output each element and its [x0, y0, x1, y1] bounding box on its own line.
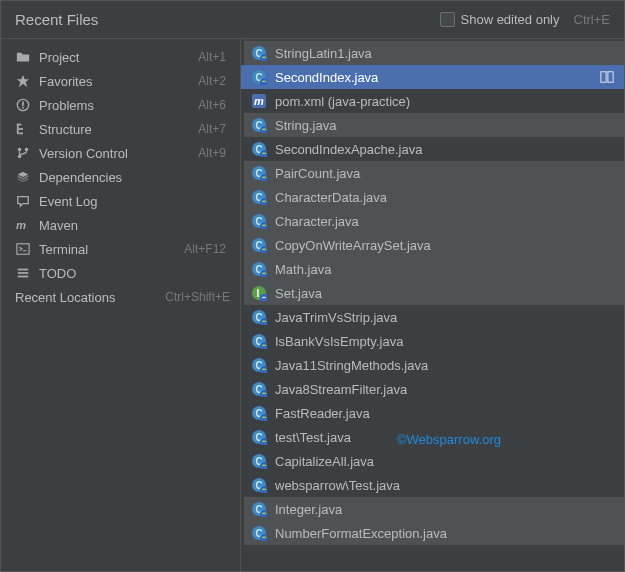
svg-rect-5 [19, 133, 23, 135]
java-interface-icon: I [251, 285, 267, 301]
svg-rect-13 [18, 272, 29, 274]
file-item[interactable]: CSecondIndex.java [241, 65, 624, 89]
file-item[interactable]: CCapitalizeAll.java [241, 449, 624, 473]
sidebar-item-label: Problems [39, 98, 198, 113]
sidebar-item-label: Favorites [39, 74, 198, 89]
dialog-body: ProjectAlt+1FavoritesAlt+2ProblemsAlt+6S… [1, 39, 624, 571]
java-class-icon: C [251, 429, 267, 445]
file-item[interactable]: mpom.xml (java-practice) [241, 89, 624, 113]
java-class-icon: C [251, 69, 267, 85]
sidebar-item-version-control[interactable]: Version ControlAlt+9 [1, 141, 240, 165]
recent-files-dialog: Recent Files Show edited only Ctrl+E Pro… [0, 0, 625, 572]
file-item[interactable]: Cwebsparrow\Test.java [241, 473, 624, 497]
folder-icon [15, 49, 31, 65]
svg-rect-2 [22, 107, 24, 109]
sidebar-item-shortcut: Alt+2 [198, 74, 226, 88]
recent-locations-label: Recent Locations [15, 290, 165, 305]
split-icon [600, 70, 614, 84]
file-item[interactable]: CInteger.java [241, 497, 624, 521]
sidebar-item-label: Version Control [39, 146, 198, 161]
file-label: pom.xml (java-practice) [275, 94, 614, 109]
java-class-icon: C [251, 309, 267, 325]
file-item[interactable]: CString.java [241, 113, 624, 137]
java-class-icon: C [251, 501, 267, 517]
message-icon [15, 193, 31, 209]
file-item[interactable]: CFastReader.java [241, 401, 624, 425]
sidebar-item-structure[interactable]: StructureAlt+7 [1, 117, 240, 141]
terminal-icon [15, 241, 31, 257]
java-class-icon: C [251, 189, 267, 205]
sidebar-item-project[interactable]: ProjectAlt+1 [1, 45, 240, 69]
sidebar-item-terminal[interactable]: TerminalAlt+F12 [1, 237, 240, 261]
sidebar-item-label: Maven [39, 218, 226, 233]
java-class-icon: C [251, 45, 267, 61]
star-icon [15, 73, 31, 89]
sidebar-item-shortcut: Alt+F12 [184, 242, 226, 256]
java-class-icon: C [251, 237, 267, 253]
java-class-icon: C [251, 213, 267, 229]
recent-locations-item[interactable]: Recent LocationsCtrl+Shift+E [1, 285, 240, 309]
file-label: IsBankVsIsEmpty.java [275, 334, 614, 349]
java-class-icon: C [251, 333, 267, 349]
svg-rect-4 [19, 128, 23, 130]
java-class-icon: C [251, 525, 267, 541]
file-item[interactable]: CSecondIndexApache.java [241, 137, 624, 161]
maven-file-icon: m [251, 93, 267, 109]
file-label: websparrow\Test.java [275, 478, 614, 493]
svg-rect-22 [608, 72, 613, 83]
checkbox-shortcut: Ctrl+E [574, 12, 610, 27]
file-label: Character.java [275, 214, 614, 229]
recent-files-list[interactable]: CStringLatin1.javaCSecondIndex.javampom.… [241, 39, 624, 571]
sidebar-item-maven[interactable]: mMaven [1, 213, 240, 237]
warning-icon [15, 97, 31, 113]
java-class-icon: C [251, 357, 267, 373]
sidebar-item-label: Project [39, 50, 198, 65]
sidebar-item-label: Structure [39, 122, 198, 137]
svg-rect-21 [601, 72, 606, 83]
file-label: String.java [275, 118, 614, 133]
svg-point-7 [18, 148, 22, 152]
file-label: SecondIndexApache.java [275, 142, 614, 157]
file-item[interactable]: CJavaTrimVsStrip.java [241, 305, 624, 329]
file-item[interactable]: CCharacter.java [241, 209, 624, 233]
file-label: CapitalizeAll.java [275, 454, 614, 469]
file-item[interactable]: CPairCount.java [241, 161, 624, 185]
sidebar-item-event-log[interactable]: Event Log [1, 189, 240, 213]
file-item[interactable]: CNumberFormatException.java [241, 521, 624, 545]
sidebar-item-label: Terminal [39, 242, 184, 257]
file-item[interactable]: CMath.java [241, 257, 624, 281]
file-label: NumberFormatException.java [275, 526, 614, 541]
checkbox-label: Show edited only [461, 12, 560, 27]
svg-rect-12 [18, 269, 29, 271]
file-label: PairCount.java [275, 166, 614, 181]
sidebar-item-label: Event Log [39, 194, 226, 209]
file-item[interactable]: ISet.java [241, 281, 624, 305]
file-item[interactable]: CJava11StringMethods.java [241, 353, 624, 377]
file-item[interactable]: CStringLatin1.java [241, 41, 624, 65]
java-class-icon: C [251, 453, 267, 469]
branch-icon [15, 145, 31, 161]
file-item[interactable]: CJava8StreamFilter.java [241, 377, 624, 401]
list-icon [15, 265, 31, 281]
sidebar-item-shortcut: Alt+6 [198, 98, 226, 112]
java-class-icon: C [251, 405, 267, 421]
file-label: Set.java [275, 286, 614, 301]
file-item[interactable]: CCopyOnWriteArraySet.java [241, 233, 624, 257]
sidebar-item-problems[interactable]: ProblemsAlt+6 [1, 93, 240, 117]
show-edited-only-checkbox[interactable]: Show edited only Ctrl+E [440, 12, 611, 27]
file-label: SecondIndex.java [275, 70, 600, 85]
svg-point-9 [25, 148, 29, 152]
file-item[interactable]: CCharacterData.java [241, 185, 624, 209]
sidebar-item-shortcut: Alt+9 [198, 146, 226, 160]
structure-icon [15, 121, 31, 137]
sidebar-item-dependencies[interactable]: Dependencies [1, 165, 240, 189]
file-label: JavaTrimVsStrip.java [275, 310, 614, 325]
java-class-icon: C [251, 261, 267, 277]
sidebar-item-todo[interactable]: TODO [1, 261, 240, 285]
sidebar-item-shortcut: Alt+7 [198, 122, 226, 136]
java-class-icon: C [251, 477, 267, 493]
file-item[interactable]: CIsBankVsIsEmpty.java [241, 329, 624, 353]
sidebar-item-favorites[interactable]: FavoritesAlt+2 [1, 69, 240, 93]
layers-icon [15, 169, 31, 185]
recent-locations-shortcut: Ctrl+Shift+E [165, 290, 230, 304]
